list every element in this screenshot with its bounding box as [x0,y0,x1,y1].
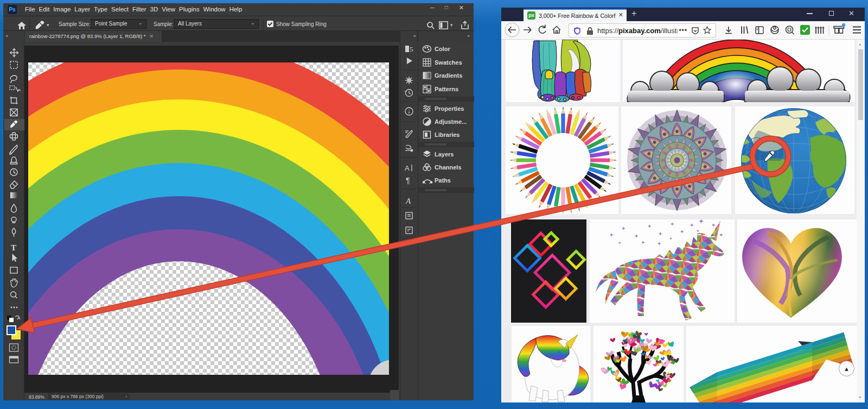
svg-text:✦: ✦ [670,221,674,227]
svg-text:5: 5 [410,45,413,53]
svg-text:A: A [405,197,411,205]
svg-text:✦: ✦ [680,229,684,235]
svg-text:✦: ✦ [658,231,662,237]
svg-text:✦: ✦ [711,222,716,228]
svg-text:✦: ✦ [690,222,694,228]
svg-text:¶: ¶ [406,176,410,185]
svg-text:✦: ✦ [657,241,661,247]
svg-text:A: A [405,164,410,172]
svg-text:✦: ✦ [634,233,639,239]
svg-text:✦: ✦ [647,223,652,229]
svg-text:T: T [11,243,16,252]
svg-text:✦: ✦ [669,236,673,241]
svg-text:✦: ✦ [704,241,707,246]
svg-text:✦: ✦ [618,241,622,246]
svg-text:✦: ✦ [719,232,723,238]
svg-text:✦: ✦ [609,232,614,238]
svg-text:✦: ✦ [696,229,700,234]
svg-text:✦: ✦ [621,225,626,231]
svg-text:✦: ✦ [698,219,704,225]
svg-text:✦: ✦ [641,240,645,246]
